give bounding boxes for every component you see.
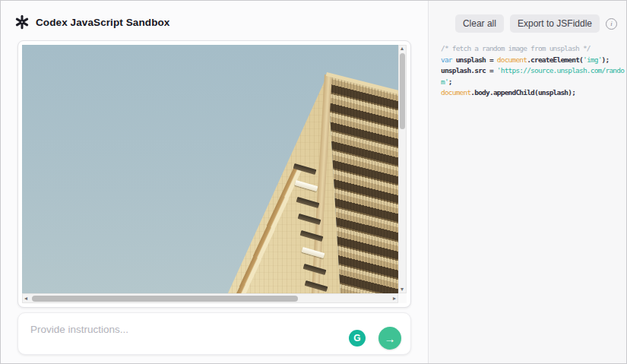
page-title: Codex JavaScript Sandbox xyxy=(36,17,169,28)
building-balcony-face xyxy=(22,45,398,293)
codex-sandbox-app: Codex JavaScript Sandbox xyxy=(0,0,627,364)
code-editor[interactable]: /* fetch a random image from unsplash */… xyxy=(441,43,623,99)
horizontal-scrollbar-thumb[interactable] xyxy=(32,296,298,302)
toolbar: Clear all Export to JSFiddle i xyxy=(455,14,617,33)
instructions-input[interactable] xyxy=(30,318,319,350)
scrollbar-corner xyxy=(398,293,407,303)
export-jsfiddle-button[interactable]: Export to JSFiddle xyxy=(510,14,600,33)
scroll-left-arrow-icon[interactable]: ◂ xyxy=(24,296,27,302)
vertical-scrollbar-thumb[interactable] xyxy=(400,53,405,129)
code-line: m'; xyxy=(441,77,623,88)
scroll-down-arrow-icon[interactable]: ▾ xyxy=(401,286,404,293)
sandbox-preview-panel: ▴ ▾ ◂ ▸ xyxy=(17,40,411,308)
code-line: /* fetch a random image from unsplash */ xyxy=(441,43,623,55)
info-icon[interactable]: i xyxy=(606,18,617,30)
unsplash-building-photo xyxy=(22,45,398,293)
submit-button[interactable]: → xyxy=(378,327,401,350)
scroll-up-arrow-icon[interactable]: ▴ xyxy=(401,46,404,52)
right-arrow-icon: → xyxy=(385,332,396,345)
vertical-scrollbar[interactable]: ▴ ▾ xyxy=(398,45,407,293)
clear-all-button[interactable]: Clear all xyxy=(455,14,504,33)
grammarly-icon[interactable]: G xyxy=(349,330,366,347)
left-column: Codex JavaScript Sandbox xyxy=(1,1,428,363)
code-line: var unsplash = document.createElement('i… xyxy=(441,55,623,66)
openai-logo-icon xyxy=(14,14,30,30)
code-line: unsplash.src = 'https://source.unsplash.… xyxy=(441,65,623,77)
scroll-right-arrow-icon[interactable]: ▸ xyxy=(393,296,396,302)
code-line: document.body.appendChild(unsplash); xyxy=(441,87,623,99)
horizontal-scrollbar[interactable]: ◂ ▸ xyxy=(22,293,398,303)
preview-viewport: ▴ ▾ ◂ ▸ xyxy=(22,45,407,303)
code-panel: Clear all Export to JSFiddle i /* fetch … xyxy=(428,1,626,363)
instruction-bar: G → xyxy=(17,312,411,355)
app-header: Codex JavaScript Sandbox xyxy=(14,14,169,30)
